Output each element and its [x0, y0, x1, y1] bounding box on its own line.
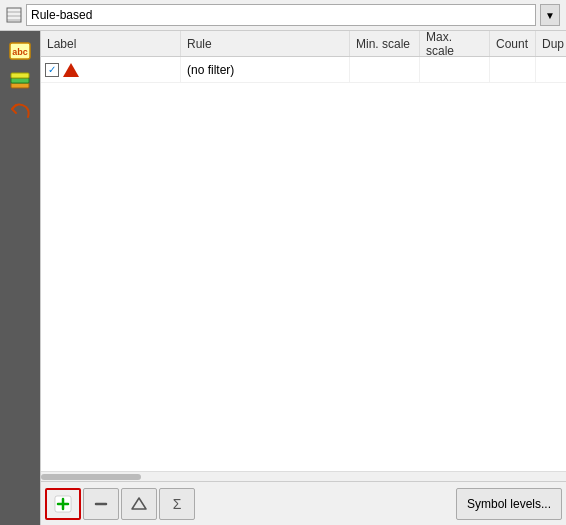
renderer-icon [6, 7, 22, 23]
remove-rule-button[interactable] [83, 488, 119, 520]
col-header-max-scale: Max. scale [420, 31, 490, 56]
renderer-dropdown[interactable]: Rule-based Single symbol Categorized Gra… [26, 4, 536, 26]
col-header-rule: Rule [181, 31, 350, 56]
row-label-cell [41, 57, 181, 82]
symbol-levels-button[interactable]: Symbol levels... [456, 488, 562, 520]
col-header-count: Count [490, 31, 536, 56]
triangle-symbol-icon [63, 63, 79, 77]
svg-marker-13 [132, 498, 146, 509]
count-features-button[interactable]: Σ [159, 488, 195, 520]
content-area: abc [0, 31, 566, 525]
top-bar: Rule-based Single symbol Categorized Gra… [0, 0, 566, 31]
table-body: (no filter) [41, 57, 566, 471]
table-row[interactable]: (no filter) [41, 57, 566, 83]
main-container: Rule-based Single symbol Categorized Gra… [0, 0, 566, 525]
toolbar-btn-abc[interactable]: abc [5, 37, 35, 65]
col-header-min-scale: Min. scale [350, 31, 420, 56]
toolbar-btn-undo[interactable] [5, 97, 35, 125]
scroll-thumb[interactable] [41, 474, 141, 480]
row-dup-cell [536, 57, 566, 82]
col-header-dup: Dup [536, 31, 566, 56]
toolbar-btn-layers[interactable] [5, 67, 35, 95]
row-max-scale-cell [420, 57, 490, 82]
dropdown-arrow-btn[interactable]: ▼ [540, 4, 560, 26]
bottom-toolbar: Σ Symbol levels... [41, 481, 566, 525]
add-rule-button[interactable] [45, 488, 81, 520]
row-count-cell [490, 57, 536, 82]
col-header-label: Label [41, 31, 181, 56]
svg-rect-7 [11, 78, 29, 83]
svg-text:abc: abc [12, 47, 28, 57]
row-min-scale-cell [350, 57, 420, 82]
copy-rule-button[interactable] [121, 488, 157, 520]
main-panel: Label Rule Min. scale Max. scale Count D… [40, 31, 566, 525]
left-toolbar: abc [0, 31, 40, 525]
horizontal-scrollbar[interactable] [41, 471, 566, 481]
svg-rect-8 [11, 73, 29, 78]
row-rule-cell: (no filter) [181, 57, 350, 82]
row-checkbox[interactable] [45, 63, 59, 77]
table-header: Label Rule Min. scale Max. scale Count D… [41, 31, 566, 57]
svg-rect-6 [11, 83, 29, 88]
